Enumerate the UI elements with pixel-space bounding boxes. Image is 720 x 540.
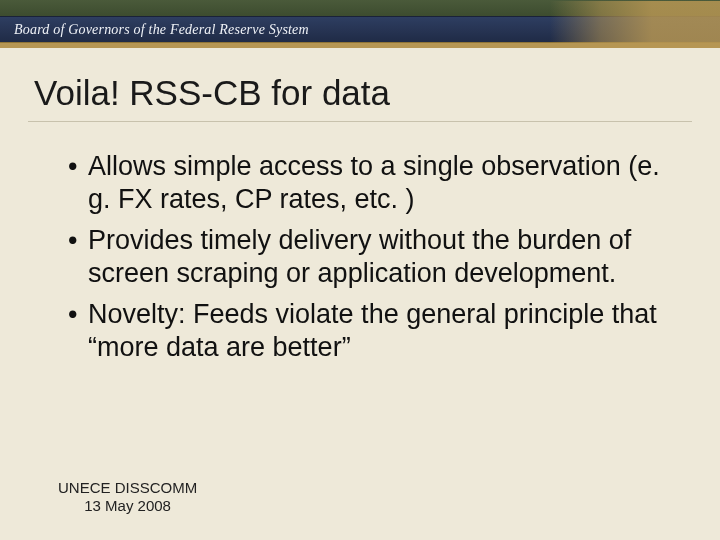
banner: Board of Governors of the Federal Reserv… [0, 0, 720, 65]
bullet-item: Provides timely delivery without the bur… [68, 224, 682, 296]
banner-top-stripe [0, 0, 720, 16]
slide-title: Voila! RSS-CB for data [28, 73, 692, 122]
content-area: Voila! RSS-CB for data Allows simple acc… [0, 65, 720, 370]
bullet-list: Allows simple access to a single observa… [28, 150, 692, 370]
bullet-item: Allows simple access to a single observa… [68, 150, 682, 222]
banner-title-bar: Board of Governors of the Federal Reserv… [0, 16, 720, 44]
footer-line-1: UNECE DISSCOMM [58, 479, 197, 498]
bullet-item: Novelty: Feeds violate the general princ… [68, 298, 682, 370]
banner-lower [0, 48, 720, 65]
footer-line-2: 13 May 2008 [58, 497, 197, 516]
footer: UNECE DISSCOMM 13 May 2008 [58, 479, 197, 517]
slide: Board of Governors of the Federal Reserv… [0, 0, 720, 540]
org-title: Board of Governors of the Federal Reserv… [0, 17, 720, 38]
